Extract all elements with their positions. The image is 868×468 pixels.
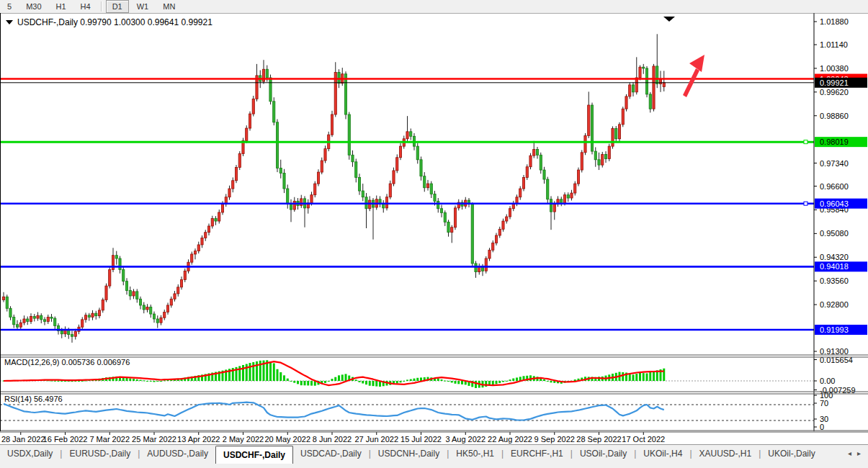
bear-candle [444, 212, 446, 222]
timeframe-button-m30[interactable]: M30 [19, 0, 48, 13]
bear-candle [13, 317, 15, 324]
bear-candle [471, 204, 473, 264]
bear-candle [420, 160, 422, 176]
bear-candle [437, 201, 439, 208]
bull-candle [177, 287, 179, 294]
tab-audusd-daily[interactable]: AUDUSD-,Daily [140, 445, 215, 462]
bull-candle [519, 189, 522, 197]
bull-candle [533, 149, 535, 156]
bear-candle [447, 222, 449, 232]
bear-candle [290, 204, 292, 210]
tab-usdcad-daily[interactable]: USDCAD-,Daily [293, 445, 369, 462]
bear-candle [150, 307, 152, 315]
timeframe-button-mn[interactable]: MN [156, 0, 182, 13]
timeframe-button-w1[interactable]: W1 [130, 0, 156, 13]
bear-candle [156, 319, 158, 323]
bear-candle [273, 102, 275, 122]
bull-candle [164, 312, 166, 318]
bull-candle [389, 184, 391, 197]
bear-candle [434, 194, 436, 201]
bear-candle [536, 149, 538, 155]
bull-candle [629, 85, 631, 96]
hline-handle[interactable] [804, 202, 807, 205]
tab-ukoil-daily[interactable]: UKOil-,Daily [761, 445, 822, 462]
bear-candle [95, 313, 97, 315]
tab-usdchf-daily[interactable]: USDCHF-,Daily [215, 446, 293, 464]
hline-handle[interactable] [804, 140, 807, 144]
price-line-box-label: 0.99921 [820, 78, 849, 87]
mt4-window: 5M30H1H4D1W1MN 1.018801.011401.003800.99… [0, 0, 868, 468]
bull-candle [659, 80, 661, 84]
bear-candle [6, 297, 8, 308]
tab-eurusd-daily[interactable]: EURUSD-,Daily [62, 445, 138, 462]
bull-candle [571, 193, 573, 198]
timeframe-button-h1[interactable]: H1 [50, 0, 73, 13]
tab-hk50-h1[interactable]: HK50-,H1 [449, 445, 501, 462]
bull-candle [653, 66, 655, 109]
bear-candle [33, 317, 35, 319]
bear-candle [604, 154, 607, 158]
bear-candle [591, 105, 593, 151]
bear-candle [143, 305, 145, 310]
chart-area[interactable]: 1.018801.011401.003800.996200.988600.973… [0, 13, 868, 444]
rsi-label: RSI(14) 56.4976 [4, 395, 63, 403]
tab-scroll-left-icon[interactable]: ◂ [848, 449, 851, 457]
bear-candle [40, 315, 42, 320]
tab-ukoil-h4[interactable]: UKOil-,H4 [636, 445, 689, 462]
timeframe-button-d1[interactable]: D1 [106, 0, 129, 13]
bull-candle [625, 96, 627, 109]
tab-xauusd-h1[interactable]: XAUUSD-,H1 [692, 445, 759, 462]
bull-candle [314, 184, 316, 195]
bear-candle [615, 128, 617, 138]
bear-candle [358, 177, 360, 191]
bull-candle [577, 170, 579, 184]
bull-candle [23, 319, 25, 323]
bull-candle [492, 243, 494, 250]
bear-candle [543, 170, 545, 179]
bear-candle [645, 68, 648, 94]
price-tick-label: 0.98860 [820, 112, 849, 120]
price-line-box-label: 0.96043 [820, 199, 849, 208]
bear-candle [125, 282, 127, 291]
tab-usoil-daily[interactable]: USOil-,Daily [573, 445, 634, 462]
bull-candle [385, 197, 388, 208]
tab-scroll-right-icon[interactable]: ▸ [857, 449, 861, 457]
chart-tabs: USDX,Daily|EURUSD-,Daily|AUDUSD-,DailyUS… [0, 444, 868, 468]
price-line-box-label: 0.94018 [820, 262, 849, 271]
bull-candle [396, 158, 398, 171]
bear-candle [27, 319, 29, 321]
bull-candle [207, 226, 210, 233]
bull-candle [310, 195, 313, 203]
price-tick-label: 1.01880 [820, 17, 849, 26]
price-line-box-label: 0.98019 [820, 138, 849, 146]
bull-candle [205, 233, 207, 238]
date-label: 28 Sep 2022 [576, 435, 621, 444]
tab-usdcnh-daily[interactable]: USDCNH-,Daily [371, 445, 447, 462]
bear-candle [283, 173, 285, 189]
timeframe-button-h4[interactable]: H4 [74, 0, 97, 13]
timeframe-button-5[interactable]: 5 [1, 0, 18, 13]
bear-candle [43, 320, 45, 322]
bear-candle [547, 179, 549, 199]
bear-candle [430, 184, 432, 194]
bull-candle [509, 209, 511, 217]
bull-candle [526, 167, 528, 178]
bear-candle [71, 335, 73, 337]
date-label: 25 Mar 2022 [132, 435, 176, 444]
bull-candle [249, 114, 251, 128]
bear-candle [88, 315, 90, 318]
bull-candle [622, 109, 624, 125]
tab-eurchf-h1[interactable]: EURCHF-,H1 [504, 445, 571, 462]
bull-candle [451, 228, 453, 233]
bear-candle [61, 330, 63, 333]
rsi-axis-label: 70 [820, 399, 828, 408]
bear-candle [266, 69, 268, 78]
bull-candle [618, 125, 620, 139]
tab-usdx-daily[interactable]: USDX,Daily [0, 445, 60, 462]
bull-candle [393, 171, 395, 184]
date-label: 8 Jun 2022 [313, 435, 352, 444]
bull-candle [581, 153, 583, 170]
bull-candle [102, 300, 104, 310]
bull-candle [612, 128, 614, 146]
bull-candle [211, 219, 213, 226]
